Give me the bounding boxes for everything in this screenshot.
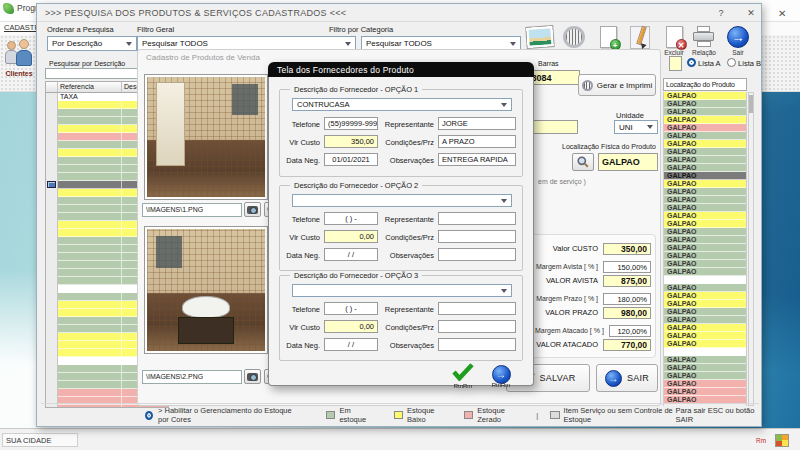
condicoes-label: Condições/Prz <box>376 233 434 242</box>
list-item[interactable]: GALPAO <box>664 156 746 164</box>
list-item[interactable]: GALPAO <box>664 388 746 396</box>
list-item[interactable]: GALPAO <box>664 132 746 140</box>
novo-button[interactable]: + <box>593 25 623 49</box>
relacao-button[interactable]: Relação <box>689 25 719 56</box>
excluir-button[interactable]: ✕ Excluir <box>659 25 689 56</box>
grid-col-referencia[interactable]: Referencia <box>58 82 122 92</box>
valor-custo-field[interactable]: 350,00 <box>603 243 651 255</box>
vlr-custo-field[interactable]: 0,00 <box>324 230 378 243</box>
background-close-icon[interactable]: ✕ <box>778 8 786 19</box>
margem-avista-field[interactable]: 150,00% <box>603 261 651 273</box>
list-item[interactable]: GALPAO <box>664 140 746 148</box>
lista-a-radio[interactable]: Lista A <box>687 58 721 68</box>
list-item[interactable]: GALPAO <box>664 92 746 100</box>
lista-b-radio[interactable]: Lista B <box>727 58 761 68</box>
editar-button[interactable] <box>625 25 655 50</box>
list-item[interactable]: GALPAO <box>664 252 746 260</box>
sair-toolbar-button[interactable]: → Sair <box>723 25 753 56</box>
observacoes-field[interactable] <box>438 248 516 261</box>
list-item[interactable]: GALPAO <box>664 188 746 196</box>
telefone-field[interactable]: ( ) - <box>324 212 378 225</box>
list-item[interactable]: GALPAO <box>664 324 746 332</box>
fornecedor-select-3[interactable] <box>292 284 512 297</box>
barcode-icon <box>582 80 593 91</box>
gerar-imprimir-button[interactable]: Gerar e Imprimi <box>578 74 656 96</box>
list-item[interactable]: GALPAO <box>664 180 746 188</box>
sair-button[interactable]: → SAIR <box>596 364 658 392</box>
list-item[interactable]: GALPAO <box>664 364 746 372</box>
list-item[interactable]: GALPAO <box>664 260 746 268</box>
image1-path-field[interactable]: \IMAGENS\1.PNG <box>142 203 242 217</box>
list-item[interactable]: GALPAO <box>664 332 746 340</box>
list-item[interactable]: GALPAO <box>664 300 746 308</box>
valor-atacado-field[interactable]: 770,00 <box>603 339 651 351</box>
modal-exit-button[interactable]: → RtnRm <box>487 364 515 388</box>
list-item[interactable]: GALPAO <box>664 116 746 124</box>
fornecedor-select-2[interactable] <box>292 194 512 207</box>
list-item[interactable]: GALPAO <box>664 356 746 364</box>
scrollbar[interactable] <box>748 92 754 406</box>
margem-atacado-field[interactable]: 120,00% <box>609 325 651 337</box>
condicoes-field[interactable] <box>438 320 516 333</box>
ordenar-select[interactable]: Por Descrição <box>47 36 137 51</box>
list-item[interactable]: GALPAO <box>664 172 746 180</box>
observacoes-field[interactable] <box>438 338 516 351</box>
list-item[interactable]: GALPAO <box>664 196 746 204</box>
condicoes-label: Condições/Prz <box>376 138 434 147</box>
blue-dot-icon[interactable] <box>145 411 153 420</box>
scrollbar-thumb[interactable] <box>749 95 753 113</box>
fornecedor-select-1[interactable]: CONTRUCASA <box>292 98 512 111</box>
toolbar-clientes-button[interactable]: Clientes <box>2 37 36 89</box>
list-item[interactable]: GALPAO <box>664 228 746 236</box>
list-item[interactable]: GALPAO <box>664 204 746 212</box>
observacoes-field[interactable]: ENTREGA RAPIDA <box>438 153 516 166</box>
data-neg-field[interactable]: / / <box>324 248 378 261</box>
condicoes-field[interactable]: A PRAZO <box>438 135 516 148</box>
help-button[interactable]: ? <box>713 7 729 20</box>
list-item[interactable]: GALPAO <box>664 236 746 244</box>
list-item[interactable]: GALPAO <box>664 124 746 132</box>
representante-field[interactable]: JORGE <box>438 117 516 130</box>
vlr-custo-field[interactable]: 0,00 <box>324 320 378 333</box>
list-item[interactable]: GALPAO <box>664 308 746 316</box>
list-item[interactable]: GALPAO <box>664 220 746 228</box>
camera-button-1[interactable] <box>244 202 261 217</box>
data-neg-field[interactable]: 01/01/2021 <box>324 153 378 166</box>
location-list-header[interactable]: Localização do Produto <box>663 78 747 91</box>
list-item[interactable]: GALPAO <box>664 292 746 300</box>
telefone-field[interactable]: (55)99999-9999 <box>324 117 378 130</box>
list-item[interactable]: GALPAO <box>664 212 746 220</box>
list-item[interactable] <box>664 276 746 284</box>
list-item[interactable]: GALPAO <box>664 284 746 292</box>
list-item[interactable]: GALPAO <box>664 268 746 276</box>
status-grid-icon[interactable] <box>775 434 789 447</box>
localizacao-search-button[interactable] <box>572 153 594 171</box>
list-item[interactable]: GALPAO <box>664 244 746 252</box>
close-button[interactable]: ✕ <box>743 7 759 20</box>
margem-prazo-field[interactable]: 180,00% <box>603 293 651 305</box>
condicoes-field[interactable] <box>438 230 516 243</box>
list-item[interactable]: GALPAO <box>664 372 746 380</box>
list-item[interactable]: GALPAO <box>664 148 746 156</box>
camera-button-2[interactable] <box>244 369 261 384</box>
list-item[interactable]: GALPAO <box>664 108 746 116</box>
localizacao-value-field[interactable]: GALPAO <box>598 153 658 171</box>
representante-field[interactable] <box>438 212 516 225</box>
modal-titlebar[interactable]: Tela dos Fornecedores do Produto <box>268 62 534 77</box>
delete-page-icon: ✕ <box>666 26 683 48</box>
list-item[interactable]: GALPAO <box>664 100 746 108</box>
unidade-select[interactable]: UNI <box>614 120 658 134</box>
valor-avista-field[interactable]: 875,00 <box>603 275 651 287</box>
vlr-custo-field[interactable]: 350,00 <box>324 135 378 148</box>
modal-confirm-button[interactable]: RtnRm <box>449 363 477 389</box>
list-item[interactable] <box>664 348 746 356</box>
image2-path-field[interactable]: \IMAGENS\2.PNG <box>142 370 242 384</box>
telefone-field[interactable]: ( ) - <box>324 302 378 315</box>
list-item[interactable]: GALPAO <box>664 316 746 324</box>
valor-prazo-field[interactable]: 980,00 <box>603 307 651 319</box>
representante-field[interactable] <box>438 302 516 315</box>
list-item[interactable]: GALPAO <box>664 164 746 172</box>
list-item[interactable]: GALPAO <box>664 380 746 388</box>
list-item[interactable]: GALPAO <box>664 340 746 348</box>
foto-button[interactable] <box>525 25 555 48</box>
